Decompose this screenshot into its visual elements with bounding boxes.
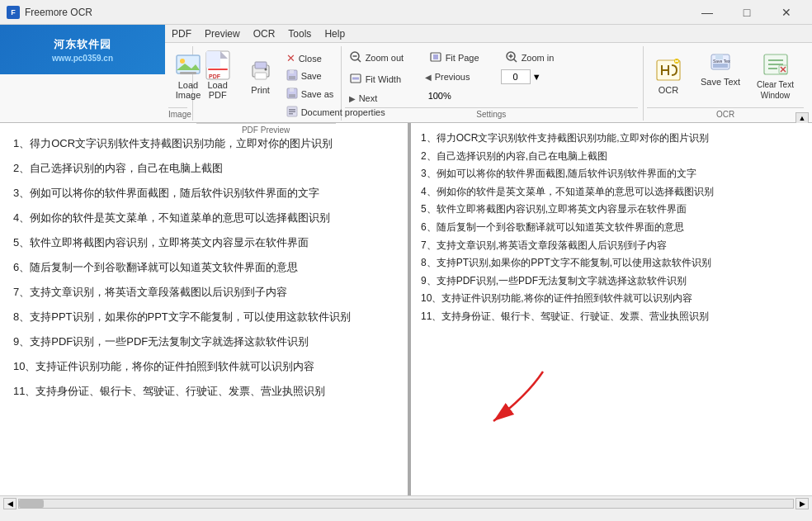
print-icon: [248, 57, 274, 83]
menu-help[interactable]: Help: [318, 26, 352, 41]
zoom-pct-label: 100%: [428, 91, 451, 101]
menu-tools[interactable]: Tools: [281, 26, 318, 41]
ribbon-collapse-button[interactable]: ▲: [795, 112, 809, 124]
fit-width-icon: [349, 72, 362, 87]
svg-rect-7: [208, 69, 228, 70]
right-line: 1、得力OCR文字识别软件支持截图识别功能,立即对你的图片识别: [421, 130, 802, 148]
save-text-label: Save Text: [701, 77, 740, 87]
left-line: 5、软件立即将截图内容识别，立即将英文内容显示在软件界面: [13, 232, 394, 253]
settings-buttons: Zoom out Fit Page Zoom in: [345, 46, 638, 107]
title-bar: F Freemore OCR — □ ✕: [0, 0, 812, 25]
clear-window-button[interactable]: Clear TextWindow: [751, 48, 800, 104]
svg-text:Save Text: Save Text: [713, 59, 730, 64]
close-icon: ✕: [286, 52, 295, 64]
svg-rect-18: [290, 88, 294, 92]
right-line: 10、支持证件识别功能,将你的证件拍照到软件就可以识别内容: [421, 290, 802, 308]
zoom-pct-display: 100%: [425, 91, 499, 101]
right-line: 6、随后复制一个到谷歌翻译就可以知道英文软件界面的意思: [421, 219, 802, 237]
menu-preview[interactable]: Preview: [198, 26, 247, 41]
svg-rect-20: [289, 109, 295, 111]
scroll-right-button[interactable]: ▶: [795, 498, 809, 509]
scroll-left-button[interactable]: ◀: [3, 498, 17, 509]
image-buttons: LoadImage: [168, 46, 187, 107]
previous-icon: ◀: [425, 73, 432, 82]
right-line: 7、支持文章识别,将英语文章段落截图人后识别到子内容: [421, 237, 802, 255]
scrollbar-thumb: [19, 500, 44, 508]
svg-rect-5: [206, 51, 220, 68]
next-icon: ▶: [349, 94, 356, 103]
next-button[interactable]: ▶ Next: [345, 91, 423, 106]
left-line: 11、支持身份证、银行卡、驾驶证、行驶证、发票、营业执照识别: [13, 381, 394, 402]
svg-line-24: [357, 59, 361, 63]
menu-ocr[interactable]: OCR: [247, 26, 282, 41]
right-panel[interactable]: 1、得力OCR文字识别软件支持截图识别功能,立即对你的图片识别2、自己选择识别的…: [411, 123, 812, 495]
horizontal-scrollbar[interactable]: [18, 499, 794, 509]
arrow-overlay: [460, 363, 559, 429]
previous-button[interactable]: ◀ Previous: [421, 69, 499, 84]
print-button[interactable]: Print: [243, 48, 279, 104]
right-line: 11、支持身份证、银行卡、驾驶证、行驶证、发票、营业执照识别: [421, 308, 802, 326]
zoom-input[interactable]: [501, 69, 531, 84]
save-as-label: Save as: [301, 89, 334, 99]
load-pdf-icon: PDF: [205, 52, 231, 78]
watermark-text2: www.pc0359.cn: [52, 54, 113, 63]
save-text-icon: Save Text: [710, 54, 730, 73]
zoom-out-button[interactable]: Zoom out: [345, 48, 423, 68]
zoom-percent: ▼: [532, 72, 541, 82]
ocr-buttons: OCR Save Text Save Text: [647, 46, 804, 107]
minimize-button[interactable]: —: [688, 0, 726, 25]
save-as-icon: [286, 88, 298, 101]
right-line: 9、支持PDF识别,一些PDF无法复制文字就选择这款软件识别: [421, 272, 802, 291]
app-icon: F: [7, 6, 20, 19]
fit-page-label: Fit Page: [446, 53, 479, 63]
left-line: 4、例如你的软件是英文菜单，不知道菜单的意思可以选择截图识别: [13, 207, 394, 229]
window-title: Freemore OCR: [25, 7, 92, 18]
load-pdf-label: Load PDF: [202, 80, 234, 100]
left-line: 6、随后复制一个到谷歌翻译就可以知道英文软件界面的意思: [13, 257, 394, 278]
load-pdf-button[interactable]: PDF Load PDF: [196, 48, 239, 104]
svg-rect-37: [713, 64, 728, 68]
zoom-out-label: Zoom out: [366, 53, 404, 63]
right-line: 4、例如你的软件是英文菜单，不知道菜单的意思可以选择截图识别: [421, 183, 802, 201]
ocr-button[interactable]: OCR: [647, 48, 690, 104]
left-line: 3、例如可以将你的软件界面截图，随后软件识别软件界面的文字: [13, 182, 394, 204]
left-content: 1、得力OCR文字识别软件支持截图识别功能，立即对你的图片识别2、自己选择识别的…: [13, 133, 394, 402]
left-line: 10、支持证件识别功能，将你的证件拍照到软件就可以识别内容: [13, 356, 394, 377]
menu-pdf[interactable]: PDF: [165, 26, 198, 41]
image-group-label: Image: [168, 107, 187, 121]
watermark-text1: 河东软件园: [54, 37, 111, 52]
ocr-icon: [655, 57, 682, 83]
close-button[interactable]: ✕: [767, 0, 805, 25]
ocr-col-right: Save Text Save Text: [696, 51, 744, 81]
svg-rect-17: [289, 94, 295, 97]
svg-rect-10: [255, 62, 267, 69]
maximize-button[interactable]: □: [728, 0, 766, 25]
fit-page-button[interactable]: Fit Page: [425, 48, 499, 68]
zoom-control: ▼: [501, 69, 575, 84]
watermark: 河东软件园 www.pc0359.cn: [0, 25, 165, 74]
zoom-in-button[interactable]: Zoom in: [501, 48, 579, 68]
svg-rect-14: [289, 76, 295, 79]
fit-width-label: Fit Width: [366, 74, 401, 84]
right-line: 5、软件立即将截图内容识别,立即将英文内容显示在软件界面: [421, 201, 802, 219]
print-label: Print: [251, 85, 270, 95]
svg-line-29: [513, 59, 517, 63]
previous-label: Previous: [435, 72, 470, 82]
clear-window-label: Clear TextWindow: [757, 79, 794, 101]
next-label: Next: [359, 93, 378, 103]
left-line: 7、支持文章识别，将英语文章段落截图以后识别到子内容: [13, 282, 394, 303]
left-line: 9、支持PDF识别，一些PDF无法复制文字就选择这款软件识别: [13, 331, 394, 353]
status-bar: ◀ ▶: [0, 495, 812, 510]
fit-page-icon: [429, 50, 442, 65]
zoom-in-icon: [505, 50, 518, 65]
svg-rect-21: [289, 111, 295, 113]
fit-width-button[interactable]: Fit Width: [345, 69, 419, 89]
save-icon: [286, 69, 298, 83]
left-panel[interactable]: 1、得力OCR文字识别软件支持截图识别功能，立即对你的图片识别2、自己选择识别的…: [0, 123, 411, 495]
right-content: 1、得力OCR文字识别软件支持截图识别功能,立即对你的图片识别2、自己选择识别的…: [421, 130, 802, 326]
svg-rect-15: [290, 70, 294, 73]
pdf-buttons: PDF Load PDF Print: [196, 46, 336, 123]
save-text-button[interactable]: Save Text Save Text: [696, 51, 744, 81]
ocr-group-label: OCR: [647, 107, 804, 121]
save-label: Save: [301, 71, 322, 81]
